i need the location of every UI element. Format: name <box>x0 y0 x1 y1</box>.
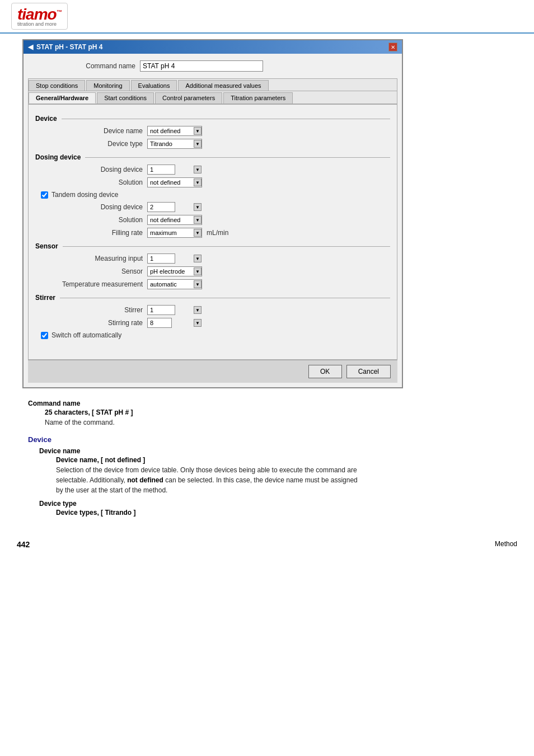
tabs-container: Stop conditions Monitoring Evaluations A… <box>28 78 397 360</box>
solution-label: Solution <box>35 179 147 186</box>
stirrer-control: 1 ▼ <box>147 305 175 315</box>
dialog-body: Command name Stop conditions Monitoring … <box>24 54 402 387</box>
tab-content: Device Device name not defined ▼ <box>29 105 397 359</box>
stirrer-section-line <box>60 298 390 298</box>
dosing-device2-row: Dosing device 2 ▼ <box>35 202 390 212</box>
dosing-device-arrow[interactable]: ▼ <box>194 166 202 173</box>
filling-rate-dropdown[interactable]: maximum ▼ <box>147 228 202 238</box>
device-name-arrow[interactable]: ▼ <box>194 127 202 135</box>
device-name-control: not defined ▼ <box>147 126 202 136</box>
dialog-footer: OK Cancel <box>28 360 397 383</box>
device-name-row: Device name not defined ▼ <box>35 126 390 136</box>
device-type-control: Titrando ▼ <box>147 139 202 149</box>
tab-additional-measured[interactable]: Additional measured values <box>178 80 268 91</box>
dosing-device-dropdown[interactable]: 1 ▼ <box>147 165 175 175</box>
logo-tm: ™ <box>57 9 62 15</box>
solution2-value: not defined <box>148 215 193 224</box>
tab-evaluations[interactable]: Evaluations <box>131 80 177 91</box>
brand-text: tiamo <box>17 6 57 23</box>
dialog-icon: ◀ <box>28 43 33 51</box>
stirrer-dropdown[interactable]: 1 ▼ <box>147 305 175 315</box>
help-command-name-title: Command name <box>28 400 397 407</box>
ok-button[interactable]: OK <box>308 365 342 378</box>
measuring-input-dropdown[interactable]: 1 ▼ <box>147 253 175 264</box>
sensor-arrow[interactable]: ▼ <box>194 267 202 275</box>
switch-off-label[interactable]: Switch off automatically <box>51 331 121 339</box>
help-device-type-title: Device type <box>39 500 397 508</box>
tab-titration-parameters[interactable]: Titration parameters <box>223 92 293 104</box>
help-command-name-detail: 25 characters, [ STAT pH # ] <box>28 408 397 416</box>
filling-rate-unit: mL/min <box>207 229 228 237</box>
filling-rate-label: Filling rate <box>35 229 147 237</box>
dialog-titlebar: ◀ STAT pH - STAT pH 4 ✕ <box>24 40 402 54</box>
sensor-section-header: Sensor <box>35 242 390 250</box>
tab-general-hardware[interactable]: General/Hardware <box>29 92 96 104</box>
sensor-label: Sensor <box>35 267 147 275</box>
tab-stop-conditions[interactable]: Stop conditions <box>29 80 85 91</box>
tandem-checkbox-row: Tandem dosing device <box>35 191 390 199</box>
device-name-value: not defined <box>148 126 193 135</box>
dosing-device-row: Dosing device 1 ▼ <box>35 165 390 175</box>
tandem-label[interactable]: Tandem dosing device <box>51 191 118 199</box>
dialog-title: STAT pH - STAT pH 4 <box>36 43 102 51</box>
help-command-desc-text: Name of the command. <box>45 419 115 426</box>
page-footer: 442 Method <box>0 534 534 555</box>
logo-wrapper: tiamo™ titration and more <box>11 3 68 30</box>
temp-measurement-row: Temperature measurement automatic ▼ <box>35 279 390 289</box>
tandem-checkbox[interactable] <box>41 191 48 199</box>
stirring-rate-value: 8 <box>148 318 193 327</box>
stirring-rate-label: Stirring rate <box>35 319 147 327</box>
command-name-row: Command name <box>28 58 397 74</box>
tabs-row-bottom: General/Hardware Start conditions Contro… <box>29 91 397 105</box>
tabs-row-top: Stop conditions Monitoring Evaluations A… <box>29 79 397 91</box>
filling-rate-arrow[interactable]: ▼ <box>194 229 202 237</box>
solution-dropdown[interactable]: not defined ▼ <box>147 177 202 187</box>
tab-control-parameters[interactable]: Control parameters <box>155 92 222 104</box>
device-type-arrow[interactable]: ▼ <box>194 140 202 148</box>
sensor-control: pH electrode ▼ <box>147 266 202 276</box>
stirrer-arrow[interactable]: ▼ <box>194 306 202 314</box>
command-name-input[interactable] <box>140 60 263 72</box>
cancel-button[interactable]: Cancel <box>346 365 391 378</box>
stirring-rate-arrow[interactable]: ▼ <box>194 319 202 327</box>
dialog-close-button[interactable]: ✕ <box>388 43 397 51</box>
filling-rate-row: Filling rate maximum ▼ mL/min <box>35 228 390 238</box>
sensor-value: pH electrode <box>148 267 193 276</box>
dosing-device2-value: 2 <box>148 203 193 212</box>
solution2-dropdown[interactable]: not defined ▼ <box>147 215 202 225</box>
measuring-input-label: Measuring input <box>35 255 147 262</box>
dosing-device2-dropdown[interactable]: 2 ▼ <box>147 202 175 212</box>
device-type-label: Device type <box>35 140 147 148</box>
tab-monitoring[interactable]: Monitoring <box>86 80 129 91</box>
dialog-window: ◀ STAT pH - STAT pH 4 ✕ Command name Sto… <box>22 39 403 388</box>
sensor-section-line <box>63 246 390 247</box>
page-number: 442 <box>17 540 30 549</box>
help-device-type-detail-bold: Device types, [ Titrando ] <box>56 509 135 516</box>
sensor-dropdown[interactable]: pH electrode ▼ <box>147 266 202 276</box>
temp-measurement-dropdown[interactable]: automatic ▼ <box>147 279 202 289</box>
temp-measurement-arrow[interactable]: ▼ <box>194 280 202 288</box>
stirring-rate-dropdown[interactable]: 8 ▼ <box>147 318 172 328</box>
tab-start-conditions[interactable]: Start conditions <box>97 92 154 104</box>
device-type-dropdown[interactable]: Titrando ▼ <box>147 139 202 149</box>
dosing-device2-label: Dosing device <box>35 203 147 211</box>
dosing-device2-arrow[interactable]: ▼ <box>194 203 202 211</box>
solution2-arrow[interactable]: ▼ <box>194 216 202 224</box>
switch-off-checkbox[interactable] <box>41 332 48 339</box>
device-name-dropdown[interactable]: not defined ▼ <box>147 126 202 136</box>
help-device-name-detail: Device name, [ not defined ] <box>39 456 397 464</box>
device-section-header: Device <box>35 115 390 123</box>
help-device-name-desc: Selection of the device from device tabl… <box>39 465 364 495</box>
device-type-row: Device type Titrando ▼ <box>35 139 390 149</box>
help-device-title: Device <box>28 435 397 444</box>
measuring-input-value: 1 <box>148 254 193 263</box>
help-device-name-block: Device name Device name, [ not defined ]… <box>28 447 397 516</box>
solution-arrow[interactable]: ▼ <box>194 179 202 186</box>
solution-value: not defined <box>148 178 193 187</box>
measuring-input-arrow[interactable]: ▼ <box>194 255 202 262</box>
dosing-section-title: Dosing device <box>35 153 81 161</box>
solution-control: not defined ▼ <box>147 177 202 187</box>
dosing-section-header: Dosing device <box>35 153 390 161</box>
device-name-label: Device name <box>35 127 147 135</box>
sensor-row: Sensor pH electrode ▼ <box>35 266 390 276</box>
